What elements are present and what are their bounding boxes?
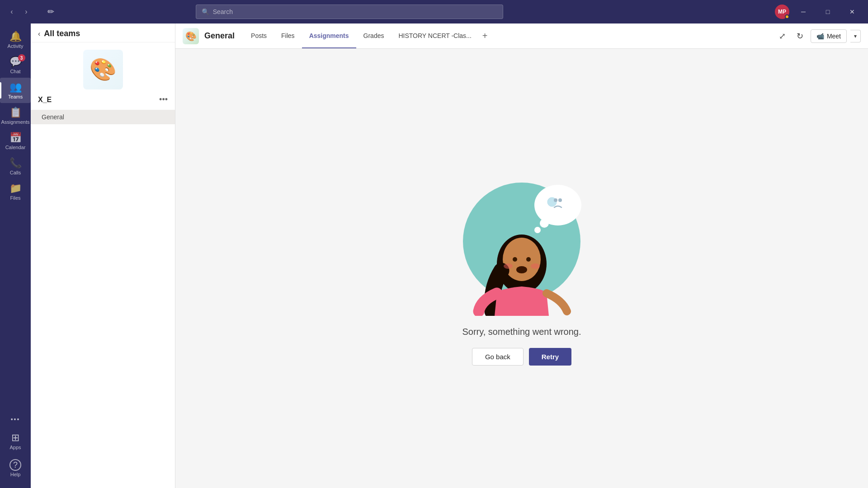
sidebar-label-apps: Apps — [9, 445, 21, 450]
svg-point-11 — [531, 263, 540, 269]
sidebar-label-activity: Activity — [8, 43, 24, 49]
teams-header: ‹ All teams — [31, 23, 175, 42]
svg-point-7 — [558, 198, 562, 202]
team-name-row: X_E ••• — [38, 93, 168, 106]
tab-posts[interactable]: Posts — [244, 23, 274, 48]
more-icon: ••• — [11, 416, 20, 423]
sidebar-item-apps[interactable]: ⊞ Apps — [0, 428, 31, 454]
error-content: Sorry, something went wrong. Go back Ret… — [175, 49, 868, 488]
channel-icon: 🎨 — [183, 28, 199, 44]
sidebar-label-calendar: Calendar — [5, 145, 26, 150]
maximize-button[interactable]: □ — [817, 5, 838, 19]
team-item: 🎨 X_E ••• — [31, 42, 175, 110]
svg-point-10 — [504, 263, 513, 269]
apps-icon: ⊞ — [11, 432, 19, 444]
svg-point-3 — [534, 227, 541, 233]
retry-button[interactable]: Retry — [529, 348, 571, 366]
main-content: 🎨 General Posts Files Assignments Grades… — [175, 23, 868, 488]
tab-history-ncert[interactable]: HISTORY NCERT -Clas... — [391, 23, 478, 48]
error-message: Sorry, something went wrong. — [462, 327, 581, 337]
search-icon: 🔍 — [202, 8, 209, 15]
compose-button[interactable]: ✏ — [43, 5, 58, 19]
title-bar-right: MP ─ □ ✕ — [775, 5, 863, 19]
meet-label: Meet — [827, 33, 841, 40]
sidebar-label-help: Help — [10, 472, 21, 477]
teams-panel-title: All teams — [44, 29, 80, 38]
channel-item-general[interactable]: General — [31, 110, 175, 124]
sidebar-item-chat[interactable]: 💬 3 Chat — [0, 52, 31, 78]
sidebar-label-calls: Calls — [10, 170, 21, 175]
refresh-button[interactable]: ↻ — [793, 29, 807, 43]
minimize-button[interactable]: ─ — [793, 5, 814, 19]
sidebar: 🔔 Activity 💬 3 Chat 👥 Teams 📋 Assignment… — [0, 23, 31, 488]
sidebar-item-calls[interactable]: 📞 Calls — [0, 154, 31, 179]
sidebar-bottom: ••• ⊞ Apps ? Help — [0, 412, 31, 484]
nav-buttons: ‹ › — [5, 5, 33, 18]
sidebar-item-teams[interactable]: 👥 Teams — [0, 78, 31, 103]
channel-header: 🎨 General Posts Files Assignments Grades… — [175, 23, 868, 49]
team-more-button[interactable]: ••• — [159, 95, 168, 104]
expand-button[interactable]: ⤢ — [775, 29, 789, 43]
sidebar-label-assignments: Assignments — [1, 119, 30, 125]
assignments-icon: 📋 — [9, 107, 22, 118]
channel-name-general: General — [42, 113, 64, 121]
tab-files[interactable]: Files — [274, 23, 302, 48]
channel-name: General — [204, 31, 235, 41]
title-bar: ‹ › ✏ 🔍 MP ─ □ ✕ — [0, 0, 868, 23]
teams-panel: ‹ All teams 🎨 X_E ••• General — [31, 23, 175, 488]
add-tab-button[interactable]: + — [479, 31, 491, 41]
tab-assignments[interactable]: Assignments — [302, 23, 356, 48]
svg-point-14 — [516, 266, 527, 273]
sidebar-item-help[interactable]: ? Help — [0, 455, 31, 481]
teams-icon: 👥 — [9, 81, 22, 93]
error-illustration — [458, 171, 585, 316]
forward-button[interactable]: › — [20, 5, 33, 18]
tab-grades[interactable]: Grades — [356, 23, 392, 48]
meet-video-icon: 📹 — [816, 33, 824, 40]
sidebar-item-more[interactable]: ••• — [0, 412, 31, 427]
chat-icon: 💬 3 — [9, 56, 22, 68]
files-icon: 📁 — [9, 183, 22, 194]
help-icon: ? — [9, 459, 21, 471]
teams-back-button[interactable]: ‹ — [38, 30, 40, 38]
channel-tabs: Posts Files Assignments Grades HISTORY N… — [244, 23, 491, 48]
calendar-icon: 📅 — [9, 132, 22, 144]
avatar-button[interactable]: MP — [775, 5, 789, 19]
search-bar: 🔍 — [196, 5, 503, 19]
error-buttons: Go back Retry — [472, 348, 571, 366]
meet-button[interactable]: 📹 Meet — [811, 29, 847, 43]
header-actions: ⤢ ↻ 📹 Meet ▾ — [775, 29, 861, 43]
svg-point-9 — [503, 238, 541, 281]
sidebar-label-files: Files — [10, 195, 20, 201]
sidebar-item-calendar[interactable]: 📅 Calendar — [0, 128, 31, 154]
team-name: X_E — [38, 96, 52, 104]
sidebar-item-assignments[interactable]: 📋 Assignments — [0, 103, 31, 128]
team-logo: 🎨 — [83, 50, 123, 89]
svg-point-12 — [513, 257, 517, 262]
sidebar-label-chat: Chat — [10, 69, 20, 74]
presence-badge — [785, 14, 789, 19]
sidebar-item-activity[interactable]: 🔔 Activity — [0, 27, 31, 52]
chat-badge: 3 — [18, 54, 25, 61]
svg-point-13 — [526, 257, 531, 262]
close-button[interactable]: ✕ — [842, 5, 863, 19]
back-icon: ‹ — [38, 30, 40, 38]
app-body: 🔔 Activity 💬 3 Chat 👥 Teams 📋 Assignment… — [0, 23, 868, 488]
svg-point-2 — [540, 219, 549, 228]
sidebar-label-teams: Teams — [8, 94, 23, 99]
sidebar-item-files[interactable]: 📁 Files — [0, 179, 31, 204]
calls-icon: 📞 — [9, 157, 22, 169]
svg-point-1 — [534, 185, 581, 225]
activity-icon: 🔔 — [9, 31, 22, 42]
back-button[interactable]: ‹ — [5, 5, 18, 18]
meet-dropdown-button[interactable]: ▾ — [850, 30, 861, 42]
search-input[interactable] — [213, 8, 497, 15]
go-back-button[interactable]: Go back — [472, 348, 524, 366]
svg-point-6 — [554, 198, 557, 202]
